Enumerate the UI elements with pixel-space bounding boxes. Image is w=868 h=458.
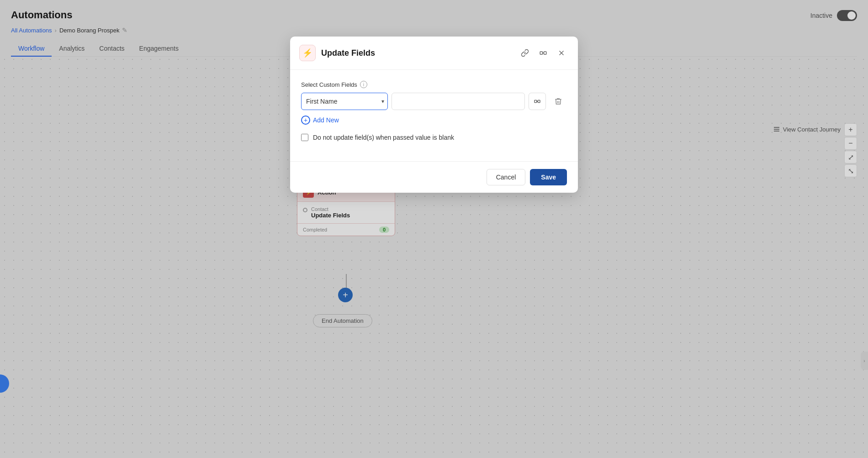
info-icon[interactable]: i (360, 81, 367, 88)
field-merge-tags-button[interactable] (529, 93, 546, 110)
close-icon (557, 49, 566, 57)
field-delete-button[interactable] (550, 93, 567, 110)
field-select[interactable]: First Name Last Name Email Phone Company (301, 93, 388, 110)
checkbox-row: Do not update field(s) when passed value… (301, 134, 567, 141)
field-row: First Name Last Name Email Phone Company… (301, 93, 567, 110)
field-select-wrapper: First Name Last Name Email Phone Company… (301, 93, 388, 110)
merge-tags-icon (539, 49, 547, 57)
modal-action-icon: ⚡ (299, 45, 316, 61)
blank-value-checkbox[interactable] (301, 134, 308, 141)
svg-rect-5 (535, 100, 537, 102)
section-label: Select Custom Fields i (301, 81, 567, 88)
svg-rect-1 (544, 52, 546, 54)
modal-title: Update Fields (321, 48, 512, 58)
svg-rect-6 (538, 100, 540, 102)
save-button[interactable]: Save (530, 169, 567, 185)
merge-icon (534, 98, 541, 105)
svg-rect-0 (540, 52, 542, 54)
modal-close-button[interactable] (554, 46, 569, 60)
update-fields-modal: ⚡ Update Fields (290, 37, 578, 193)
trash-icon (554, 97, 562, 105)
modal-header: ⚡ Update Fields (290, 37, 578, 70)
modal-footer: Cancel Save (290, 161, 578, 193)
link-icon (521, 49, 529, 57)
modal-overlay: ⚡ Update Fields (0, 0, 868, 458)
field-value-input[interactable] (392, 93, 525, 110)
add-new-link[interactable]: + Add New (301, 116, 567, 125)
circle-plus-icon: + (301, 116, 310, 125)
modal-merge-tags-button[interactable] (536, 46, 550, 60)
modal-body: Select Custom Fields i First Name Last N… (290, 70, 578, 161)
checkbox-label: Do not update field(s) when passed value… (313, 134, 454, 141)
modal-header-actions (518, 46, 569, 60)
modal-link-button[interactable] (518, 46, 532, 60)
cancel-button[interactable]: Cancel (487, 169, 526, 185)
